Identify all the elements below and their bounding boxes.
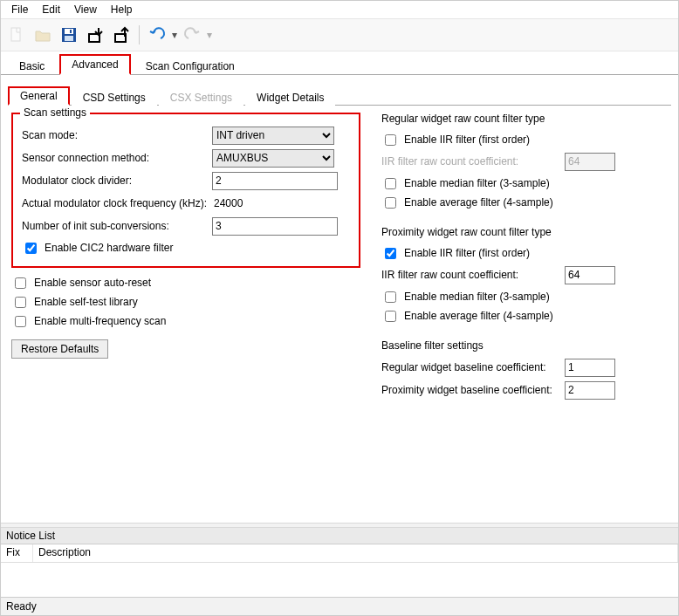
scan-settings-group: Scan settings Scan mode: INT driven Sens… bbox=[11, 113, 360, 268]
regular-iir-checkbox[interactable] bbox=[385, 134, 396, 146]
menu-help[interactable]: Help bbox=[104, 1, 140, 18]
actual-frequency-label: Actual modulator clock frequency (kHz): bbox=[22, 197, 212, 209]
notice-col-description[interactable]: Description bbox=[33, 544, 678, 562]
prox-iir-checkbox[interactable] bbox=[385, 248, 396, 259]
enable-cic2-label: Enable CIC2 hardware filter bbox=[45, 242, 173, 254]
enable-auto-reset-checkbox[interactable] bbox=[15, 277, 26, 289]
baseline-prox-label: Proximity widget baseline coefficient: bbox=[381, 384, 565, 396]
tab-widget-details[interactable]: Widget Details bbox=[245, 89, 335, 106]
toolbar-separator bbox=[139, 25, 140, 44]
prox-median-label: Enable median filter (3-sample) bbox=[404, 291, 550, 303]
redo-dropdown-icon[interactable]: ▾ bbox=[206, 29, 213, 41]
notice-list: Fix Description bbox=[1, 544, 678, 597]
enable-cic2-checkbox[interactable] bbox=[25, 243, 37, 254]
undo-icon[interactable] bbox=[145, 23, 169, 47]
regular-filter-group: Regular widget raw count filter type Ena… bbox=[381, 113, 661, 212]
init-subconv-label: Number of init sub-conversions: bbox=[22, 220, 212, 232]
regular-median-checkbox[interactable] bbox=[385, 178, 396, 189]
actual-frequency-value: 24000 bbox=[212, 197, 243, 209]
modulator-divider-label: Modulator clock divider: bbox=[22, 175, 212, 187]
proximity-filter-title: Proximity widget raw count filter type bbox=[381, 226, 661, 238]
import-icon[interactable] bbox=[83, 23, 107, 47]
regular-median-label: Enable median filter (3-sample) bbox=[404, 177, 550, 189]
inner-tabstrip: General CSD Settings CSX Settings Widget… bbox=[8, 84, 671, 106]
regular-avg-checkbox[interactable] bbox=[385, 197, 396, 209]
scan-mode-select[interactable]: INT driven bbox=[212, 127, 334, 145]
prox-iir-coef-input[interactable] bbox=[565, 266, 615, 284]
svg-rect-3 bbox=[65, 36, 73, 41]
baseline-filter-title: Baseline filter settings bbox=[381, 339, 661, 352]
tab-csx-settings: CSX Settings bbox=[159, 89, 243, 106]
svg-rect-2 bbox=[65, 29, 73, 34]
enable-self-test-checkbox[interactable] bbox=[15, 297, 26, 308]
statusbar: Ready bbox=[1, 597, 678, 615]
baseline-prox-input[interactable] bbox=[565, 381, 615, 400]
baseline-regular-input[interactable] bbox=[565, 359, 615, 377]
svg-rect-0 bbox=[11, 28, 20, 41]
baseline-filter-group: Baseline filter settings Regular widget … bbox=[381, 339, 661, 400]
tab-advanced[interactable]: Advanced bbox=[59, 54, 130, 75]
tab-scan-configuration[interactable]: Scan Configuration bbox=[134, 57, 246, 75]
notice-list-header: Notice List bbox=[1, 528, 678, 544]
notice-col-fix[interactable]: Fix bbox=[1, 544, 33, 562]
proximity-filter-group: Proximity widget raw count filter type E… bbox=[381, 226, 661, 325]
sensor-connection-label: Sensor connection method: bbox=[22, 152, 212, 164]
tab-csd-settings[interactable]: CSD Settings bbox=[72, 89, 157, 106]
menubar: File Edit View Help bbox=[1, 1, 678, 18]
content-area: General CSD Settings CSX Settings Widget… bbox=[1, 75, 678, 523]
save-icon[interactable] bbox=[57, 23, 81, 47]
outer-tabstrip: Basic Advanced Scan Configuration bbox=[1, 51, 678, 75]
regular-filter-title: Regular widget raw count filter type bbox=[381, 113, 661, 125]
menu-view[interactable]: View bbox=[67, 1, 104, 18]
regular-iir-coef-label: IIR filter raw count coefficient: bbox=[381, 155, 565, 168]
scan-mode-label: Scan mode: bbox=[22, 129, 212, 141]
prox-iir-coef-label: IIR filter raw count coefficient: bbox=[381, 269, 565, 281]
enable-self-test-label: Enable self-test library bbox=[34, 296, 138, 308]
restore-defaults-button[interactable]: Restore Defaults bbox=[11, 339, 108, 359]
enable-multi-freq-label: Enable multi-frequency scan bbox=[34, 315, 166, 327]
open-folder-icon[interactable] bbox=[31, 23, 55, 47]
baseline-regular-label: Regular widget baseline coefficient: bbox=[381, 361, 565, 373]
toolbar: ▾ ▾ bbox=[1, 18, 678, 51]
svg-rect-4 bbox=[70, 30, 72, 33]
new-file-icon[interactable] bbox=[4, 23, 29, 47]
init-subconv-input[interactable] bbox=[212, 217, 338, 236]
tab-general[interactable]: General bbox=[8, 86, 70, 106]
modulator-divider-input[interactable] bbox=[212, 172, 338, 190]
export-icon[interactable] bbox=[109, 23, 134, 47]
menu-edit[interactable]: Edit bbox=[35, 1, 67, 18]
enable-auto-reset-label: Enable sensor auto-reset bbox=[34, 277, 151, 289]
prox-avg-label: Enable average filter (4-sample) bbox=[404, 310, 553, 322]
regular-iir-label: Enable IIR filter (first order) bbox=[404, 133, 530, 146]
prox-median-checkbox[interactable] bbox=[385, 291, 396, 303]
menu-file[interactable]: File bbox=[4, 1, 35, 18]
scan-settings-title: Scan settings bbox=[20, 106, 90, 119]
prox-avg-checkbox[interactable] bbox=[385, 311, 396, 322]
sensor-connection-select[interactable]: AMUXBUS bbox=[212, 149, 334, 168]
undo-dropdown-icon[interactable]: ▾ bbox=[171, 29, 178, 41]
regular-iir-coef-input bbox=[565, 153, 615, 171]
redo-icon[interactable] bbox=[180, 23, 204, 47]
tab-basic[interactable]: Basic bbox=[8, 57, 56, 75]
enable-multi-freq-checkbox[interactable] bbox=[15, 316, 26, 327]
prox-iir-label: Enable IIR filter (first order) bbox=[404, 247, 530, 259]
regular-avg-label: Enable average filter (4-sample) bbox=[404, 196, 553, 209]
